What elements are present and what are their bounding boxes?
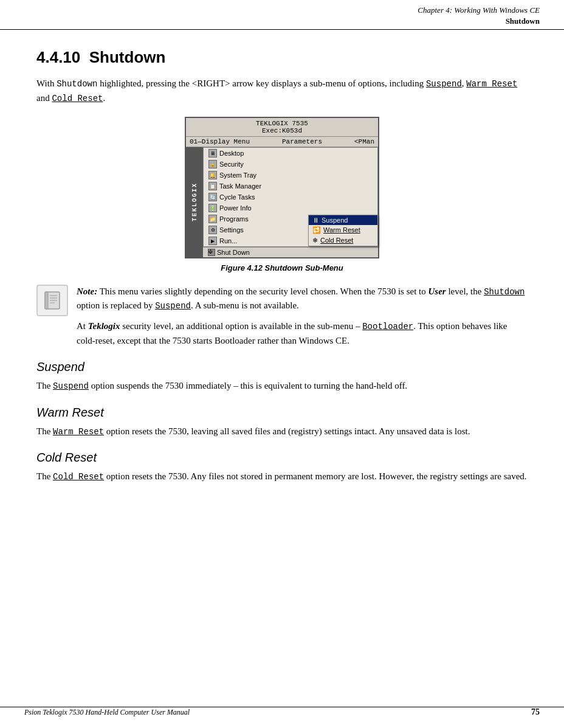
suspend-icon: ⏸ [312, 217, 319, 224]
menu-item-label: Power Info [219, 204, 252, 212]
warm-reset-label: Warm Reset [323, 226, 360, 234]
device-left-bar: TEKLOGIX [186, 147, 203, 257]
settings-icon: ⚙ [208, 226, 217, 234]
menu-item-task-manager: 📋 Task Manager [204, 181, 377, 192]
device-title: TEKLOGIX 7535 [190, 120, 374, 127]
programs-icon: 📁 [208, 215, 217, 223]
submenu-popup: ⏸ Suspend 🔁 Warm Reset ❄ Cold Reset [308, 215, 378, 246]
page-footer: Psion Teklogix 7530 Hand-Held Computer U… [0, 707, 564, 717]
submenu-item-suspend: ⏸ Suspend [309, 215, 377, 225]
option-suspend: Suspend [426, 79, 462, 89]
option-cold-reset: Cold Reset [52, 94, 103, 103]
cycle-tasks-icon: 🔄 [208, 193, 217, 201]
warm-reset-heading: Warm Reset [36, 406, 528, 420]
page-header: Chapter 4: Working With Windows CE Shutd… [0, 0, 564, 30]
power-info-icon: 🔋 [208, 204, 217, 212]
shutdown-button: ⏻ Shut Down [203, 248, 255, 257]
device-screen: TEKLOGIX 7535 Exec:K053d 01—Display Menu… [185, 117, 379, 258]
intro-text: highlighted, pressing the <RIGHT> arrow … [100, 78, 424, 88]
section-number: 4.4.10 [36, 48, 80, 66]
menu-bar-mid: Parameters [282, 138, 322, 145]
note-block: Note: This menu varies slightly dependin… [36, 285, 528, 348]
note-icon [36, 285, 68, 316]
suspend-label: Suspend [322, 217, 348, 224]
cold-reset-heading: Cold Reset [36, 451, 528, 465]
menu-item-system-tray: 🔔 System Tray [204, 170, 377, 181]
intro-paragraph: With Shutdown highlighted, pressing the … [36, 77, 528, 105]
menu-item-security: 🔒 Security [204, 159, 377, 170]
menu-item-label: Programs [219, 215, 249, 223]
chapter-line: Chapter 4: Working With Windows CE [0, 5, 540, 16]
section-line: Shutdown [0, 16, 540, 27]
task-manager-icon: 📋 [208, 182, 217, 190]
system-tray-icon: 🔔 [208, 171, 217, 179]
menu-item-desktop: 🖥 Desktop [204, 148, 377, 159]
device-main-area: 🖥 Desktop 🔒 Security 🔔 System Tray [203, 147, 378, 257]
section-title: 4.4.10 Shutdown [36, 48, 528, 67]
warm-reset-paragraph: The Warm Reset option resets the 7530, l… [36, 425, 528, 439]
menu-item-label: Desktop [219, 150, 244, 157]
note-content: Note: This menu varies slightly dependin… [77, 285, 528, 348]
device-bottom-bar: ⏻ Shut Down ⏸ Suspend 🔁 [203, 247, 378, 257]
menu-bar-right: <PMan [354, 138, 374, 145]
menu-item-label: System Tray [219, 172, 256, 179]
cold-reset-paragraph: The Cold Reset option resets the 7530. A… [36, 470, 528, 484]
menu-bar-left: 01—Display Menu [190, 138, 250, 145]
menu-item-label: Task Manager [219, 182, 261, 190]
figure-container: TEKLOGIX 7535 Exec:K053d 01—Display Menu… [36, 117, 528, 272]
menu-item-label: Settings [219, 226, 244, 234]
suspend-paragraph: The Suspend option suspends the 7530 imm… [36, 379, 528, 393]
device-menu-bar: 01—Display Menu Parameters <PMan [186, 137, 378, 147]
figure-caption: Figure 4.12 Shutdown Sub-Menu [221, 263, 343, 272]
page-number: 75 [531, 707, 540, 717]
run-icon: ▶ [208, 237, 217, 245]
desktop-icon: 🖥 [208, 149, 217, 158]
left-bar-text: TEKLOGIX [191, 182, 198, 221]
security-icon: 🔒 [208, 160, 217, 168]
main-content: 4.4.10 Shutdown With Shutdown highlighte… [0, 30, 564, 505]
submenu-item-cold-reset: ❄ Cold Reset [309, 235, 377, 246]
cold-reset-label: Cold Reset [320, 237, 353, 244]
shutdown-icon: ⏻ [208, 249, 215, 256]
intro-with: With [36, 78, 57, 88]
shutdown-label: Shut Down [217, 249, 250, 256]
submenu-list: ⏸ Suspend 🔁 Warm Reset ❄ Cold Reset [309, 215, 377, 246]
device-top-bar: TEKLOGIX 7535 Exec:K053d [186, 118, 378, 137]
menu-item-cycle-tasks: 🔄 Cycle Tasks [204, 192, 377, 203]
book-icon [41, 289, 63, 311]
section-heading-text: Shutdown [89, 48, 166, 66]
submenu-item-warm-reset: 🔁 Warm Reset [309, 225, 377, 235]
options-and: and [36, 93, 50, 103]
footer-text: Psion Teklogix 7530 Hand-Held Computer U… [24, 708, 190, 717]
svg-rect-1 [45, 292, 48, 309]
cold-reset-icon: ❄ [312, 237, 318, 244]
menu-item-label: Run... [219, 237, 237, 244]
suspend-heading: Suspend [36, 360, 528, 374]
note-label: Note: [77, 286, 97, 296]
device-exec: Exec:K053d [190, 127, 374, 134]
menu-item-power-info: 🔋 Power Info [204, 203, 377, 213]
note-text: This menu varies slightly depending on t… [77, 286, 524, 311]
device-body: TEKLOGIX 🖥 Desktop 🔒 Security [186, 147, 378, 257]
menu-item-label: Cycle Tasks [219, 193, 255, 201]
note-paragraph-2: At Teklogix security level, an additiona… [77, 319, 528, 348]
intro-keyword: Shutdown [57, 79, 97, 89]
option-warm-reset: Warm Reset [466, 79, 517, 89]
warm-reset-icon: 🔁 [312, 226, 321, 234]
menu-item-label: Security [219, 161, 244, 168]
